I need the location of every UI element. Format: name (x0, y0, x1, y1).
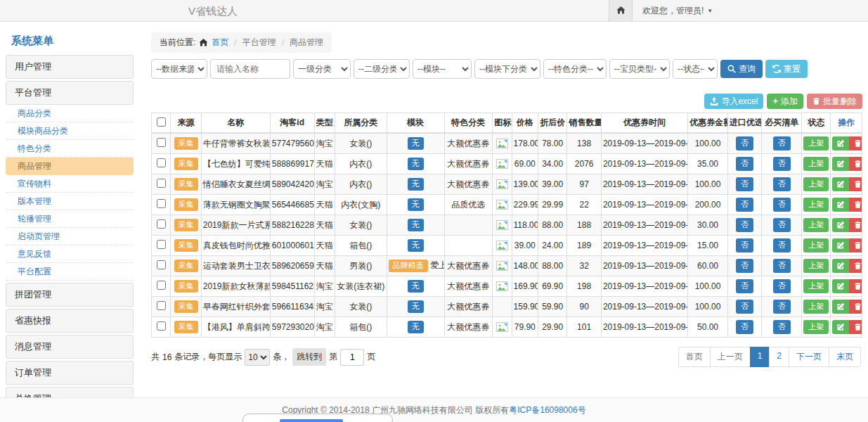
imported-toggle[interactable]: 否 (736, 259, 753, 272)
sidebar-item-sub[interactable]: 意见反馈 (6, 245, 134, 263)
row-checkbox[interactable] (157, 281, 166, 290)
row-checkbox[interactable] (157, 301, 166, 310)
imported-toggle[interactable]: 否 (736, 320, 753, 333)
imported-toggle[interactable]: 否 (736, 177, 753, 191)
delete-button[interactable] (849, 177, 862, 191)
sidebar-item-group[interactable]: 订单管理 (6, 361, 134, 385)
sidebar-item-sub[interactable]: 特色分类 (6, 140, 134, 158)
delete-button[interactable] (849, 136, 862, 151)
must-buy-toggle[interactable]: 否 (773, 320, 791, 333)
must-buy-toggle[interactable]: 否 (773, 136, 791, 150)
delete-button[interactable] (849, 157, 862, 171)
delete-button[interactable] (849, 218, 862, 232)
must-buy-toggle[interactable]: 否 (773, 259, 791, 272)
welcome-text[interactable]: 欢迎您，管理员! (642, 5, 704, 17)
must-buy-toggle[interactable]: 否 (773, 198, 791, 211)
sidebar-item-sub[interactable]: 模块商品分类 (6, 122, 134, 140)
delete-button[interactable] (849, 320, 862, 334)
filter-select-3[interactable]: --模块下分类-- (474, 59, 540, 79)
pager-item[interactable]: 首页 (678, 347, 711, 367)
caret-down-icon[interactable]: ▼ (707, 8, 713, 14)
edit-button[interactable] (832, 198, 849, 212)
delete-button[interactable] (849, 238, 862, 252)
pager-item[interactable]: 上一页 (710, 347, 751, 367)
delete-button[interactable] (849, 198, 862, 212)
pager-item[interactable]: 1 (750, 347, 770, 367)
add-button[interactable]: +添加 (767, 94, 803, 109)
import-excel-button[interactable]: 导入excel (704, 94, 763, 109)
status-button[interactable]: 上架 (803, 238, 829, 252)
filter-select-5[interactable]: --宝贝类型-- (609, 59, 670, 79)
sidebar-item-group[interactable]: 省惠快报 (6, 309, 134, 333)
status-button[interactable]: 上架 (803, 177, 829, 191)
filter-select-4[interactable]: --特色分类-- (543, 59, 607, 79)
must-buy-toggle[interactable]: 否 (773, 279, 791, 293)
page-number-input[interactable] (340, 349, 364, 366)
select-all-checkbox[interactable] (157, 117, 166, 127)
edit-button[interactable] (832, 238, 849, 252)
status-button[interactable]: 上架 (803, 259, 829, 272)
row-checkbox[interactable] (157, 321, 166, 331)
status-button[interactable]: 上架 (803, 300, 829, 313)
must-buy-toggle[interactable]: 否 (773, 157, 791, 170)
sidebar-item-group[interactable]: 消息管理 (6, 335, 134, 359)
filter-select-2[interactable]: --模块-- (413, 59, 472, 79)
sidebar-item-sub[interactable]: 商品分类 (6, 105, 134, 122)
icp-link[interactable]: 粤ICP备16098006号 (509, 404, 585, 416)
must-buy-toggle[interactable]: 否 (773, 238, 791, 252)
pager-item[interactable]: 下一页 (789, 347, 829, 367)
edit-button[interactable] (832, 136, 849, 151)
sidebar-item-sub[interactable]: 轮播管理 (6, 210, 134, 228)
edit-button[interactable] (832, 279, 849, 293)
status-button[interactable]: 上架 (803, 218, 829, 231)
row-checkbox[interactable] (157, 158, 166, 167)
must-buy-toggle[interactable]: 否 (773, 177, 791, 191)
sidebar-item-sub[interactable]: 宣传物料 (6, 175, 134, 193)
row-checkbox[interactable] (157, 199, 166, 208)
pager-item[interactable]: 2 (769, 347, 789, 367)
sidebar-item-sub[interactable]: 启动页管理 (6, 228, 134, 245)
imported-toggle[interactable]: 否 (736, 279, 753, 293)
imported-toggle[interactable]: 否 (736, 238, 753, 252)
row-checkbox[interactable] (157, 138, 166, 147)
bulk-delete-button[interactable]: 批量删除 (807, 94, 862, 109)
sidebar-item-group[interactable]: 用户管理 (6, 55, 134, 79)
breadcrumb-home-link[interactable]: 首页 (212, 37, 228, 49)
sidebar-item-group[interactable]: 拼团管理 (6, 283, 134, 307)
edit-button[interactable] (832, 218, 849, 232)
row-checkbox[interactable] (157, 179, 166, 188)
row-checkbox[interactable] (157, 219, 166, 229)
row-checkbox[interactable] (157, 240, 166, 249)
imported-toggle[interactable]: 否 (736, 218, 753, 231)
status-button[interactable]: 上架 (803, 157, 829, 170)
edit-button[interactable] (832, 320, 849, 334)
sidebar-item-sub[interactable]: 商品管理 (6, 158, 134, 175)
status-button[interactable]: 上架 (803, 279, 829, 293)
sidebar-item-sub[interactable]: 平台配置 (6, 263, 134, 281)
delete-button[interactable] (849, 259, 862, 273)
row-checkbox[interactable] (157, 260, 166, 269)
edit-button[interactable] (832, 157, 849, 171)
filter-select-1[interactable]: --二级分类-- (354, 59, 410, 79)
reset-button[interactable]: 重置 (765, 60, 808, 78)
jump-button[interactable]: 跳转到 (292, 348, 326, 366)
imported-toggle[interactable]: 否 (736, 136, 753, 150)
edit-button[interactable] (832, 177, 849, 191)
imported-toggle[interactable]: 否 (736, 198, 753, 211)
filter-source-select[interactable]: --数据来源-- (151, 59, 207, 79)
delete-button[interactable] (849, 279, 862, 293)
per-page-select[interactable]: 10 (245, 349, 270, 366)
status-button[interactable]: 上架 (803, 198, 829, 211)
must-buy-toggle[interactable]: 否 (773, 218, 791, 231)
sidebar-item-sub[interactable]: 版本管理 (6, 193, 134, 210)
status-button[interactable]: 上架 (803, 320, 829, 333)
home-button[interactable] (609, 0, 633, 21)
pager-item[interactable]: 末页 (829, 347, 861, 367)
delete-button[interactable] (849, 300, 862, 314)
filter-select-0[interactable]: 一级分类 (293, 59, 351, 79)
status-button[interactable]: 上架 (803, 136, 829, 150)
edit-button[interactable] (832, 259, 849, 273)
must-buy-toggle[interactable]: 否 (773, 300, 791, 313)
imported-toggle[interactable]: 否 (736, 300, 753, 313)
sidebar-item-group[interactable]: 平台管理 (6, 81, 134, 105)
